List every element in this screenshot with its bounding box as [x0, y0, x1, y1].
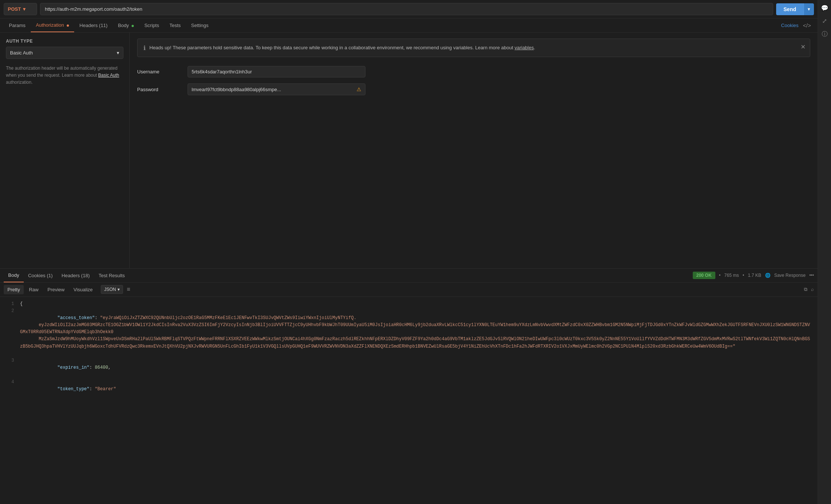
- request-tabs: Params Authorization Headers (11) Body S…: [0, 19, 818, 33]
- code-line-2: 2 "access_token": "eyJraWQiOiJxZTZWXC92Q…: [5, 308, 812, 357]
- save-response-button[interactable]: Save Response: [774, 273, 806, 278]
- format-select[interactable]: JSON ▾: [101, 285, 123, 294]
- authorization-dot: [67, 24, 69, 27]
- tab-headers[interactable]: Headers (11): [74, 19, 113, 32]
- response-tab-test-results[interactable]: Test Results: [94, 269, 129, 282]
- send-button[interactable]: Send: [776, 3, 804, 15]
- auth-type-label: Auth Type: [6, 39, 123, 44]
- method-select[interactable]: POST ▾: [4, 3, 37, 15]
- password-label: Password: [137, 87, 182, 92]
- expand-icon[interactable]: ⤢: [822, 17, 827, 24]
- code-content-4: "token_type": "Bearer": [20, 379, 116, 400]
- code-content-2: "access_token": "eyJraWQiOiJxZTZWXC92QUN…: [20, 308, 812, 357]
- code-line-4: 4 "token_type": "Bearer": [5, 379, 812, 400]
- body-dot: [132, 25, 134, 27]
- response-size-value: 1.7 KB: [748, 273, 761, 278]
- username-row: Username: [137, 66, 810, 77]
- right-gutter: 💬 ⤢ ⓘ: [818, 0, 831, 504]
- line-num-4: 4: [5, 379, 14, 400]
- network-icon: 🌐: [765, 273, 771, 278]
- password-row: Password ⚠: [137, 83, 810, 95]
- comment-icon[interactable]: 💬: [821, 4, 828, 11]
- username-label: Username: [137, 69, 182, 74]
- more-options-icon[interactable]: •••: [809, 273, 814, 278]
- banner-text: Heads up! These parameters hold sensitiv…: [149, 44, 535, 52]
- line-num-2: 2: [5, 308, 14, 357]
- method-chevron-icon: ▾: [23, 6, 26, 12]
- status-ok-label: 200 OK: [693, 272, 715, 279]
- tab-authorization[interactable]: Authorization: [31, 19, 75, 32]
- password-input[interactable]: [192, 87, 354, 92]
- basic-auth-link[interactable]: Basic Auth: [98, 73, 119, 78]
- filter-icon[interactable]: ≡: [127, 286, 130, 293]
- response-tabs-bar: Body Cookies (1) Headers (18) Test Resul…: [0, 269, 818, 283]
- tab-settings[interactable]: Settings: [186, 19, 214, 32]
- method-label: POST: [8, 6, 21, 12]
- format-select-chevron-icon: ▾: [117, 287, 120, 292]
- send-dropdown-button[interactable]: ▾: [804, 3, 814, 15]
- auth-right-panel: ℹ Heads up! These parameters hold sensit…: [130, 33, 818, 268]
- response-tab-cookies[interactable]: Cookies (1): [24, 269, 57, 282]
- auth-info-text: The authorization header will be automat…: [6, 65, 123, 86]
- tab-params[interactable]: Params: [4, 19, 31, 32]
- info-gutter-icon[interactable]: ⓘ: [822, 30, 828, 38]
- username-input-wrapper: [188, 66, 365, 77]
- response-time-value: 765 ms: [724, 273, 739, 278]
- response-time: •: [719, 273, 721, 278]
- response-tab-body[interactable]: Body: [4, 269, 24, 282]
- auth-panels: Auth Type Basic Auth ▾ The authorization…: [0, 33, 818, 268]
- code-content-3: "expires_in": 86400,: [20, 357, 111, 379]
- variables-link[interactable]: variables: [514, 45, 534, 50]
- cookies-link[interactable]: Cookies: [779, 19, 800, 32]
- code-line-3: 3 "expires_in": 86400,: [5, 357, 812, 379]
- format-tab-pretty[interactable]: Pretty: [4, 285, 24, 294]
- response-body-code: 1 { 2 "access_token": "eyJraWQiOiJxZTZWX…: [0, 297, 818, 504]
- url-input[interactable]: [40, 3, 773, 15]
- code-content-1: {: [20, 301, 23, 308]
- format-tab-preview[interactable]: Preview: [44, 285, 68, 294]
- request-bar: POST ▾ Send ▾: [0, 0, 818, 19]
- auth-left-panel: Auth Type Basic Auth ▾ The authorization…: [0, 33, 130, 268]
- username-input[interactable]: [192, 69, 361, 74]
- warning-icon: ⚠: [357, 86, 361, 92]
- copy-icon[interactable]: ⧉: [804, 286, 807, 292]
- format-tab-visualize[interactable]: Visualize: [70, 285, 96, 294]
- banner-close-button[interactable]: ✕: [801, 43, 805, 50]
- tab-scripts[interactable]: Scripts: [139, 19, 164, 32]
- line-num-1: 1: [5, 301, 14, 308]
- info-banner: ℹ Heads up! These parameters hold sensit…: [137, 39, 810, 57]
- status-badge: 200 OK • 765 ms • 1.7 KB 🌐 Save Response…: [693, 272, 814, 279]
- info-icon: ℹ: [143, 44, 146, 52]
- auth-type-select[interactable]: Basic Auth ▾: [6, 47, 123, 59]
- response-format-toolbar: Pretty Raw Preview Visualize JSON ▾ ≡ ⧉ …: [0, 283, 818, 297]
- response-size-separator: •: [742, 273, 744, 278]
- code-icon: </>: [800, 19, 814, 32]
- auth-type-value: Basic Auth: [10, 50, 33, 56]
- format-tab-raw[interactable]: Raw: [25, 285, 42, 294]
- password-input-wrapper: ⚠: [188, 83, 365, 95]
- tab-tests[interactable]: Tests: [164, 19, 186, 32]
- tab-body[interactable]: Body: [113, 19, 139, 32]
- search-icon[interactable]: ⌕: [811, 286, 814, 292]
- response-right-icons: ⧉ ⌕: [804, 286, 814, 292]
- auth-type-chevron-icon: ▾: [117, 50, 119, 56]
- send-button-group: Send ▾: [776, 3, 814, 15]
- code-line-1: 1 {: [5, 301, 812, 308]
- line-num-3: 3: [5, 357, 14, 379]
- response-tab-headers[interactable]: Headers (18): [57, 269, 94, 282]
- response-area: Body Cookies (1) Headers (18) Test Resul…: [0, 268, 818, 504]
